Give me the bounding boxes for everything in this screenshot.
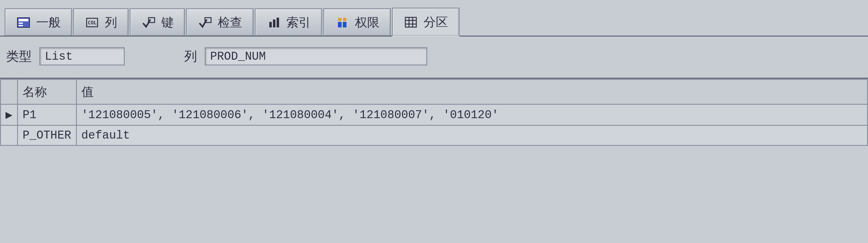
- tab-keys[interactable]: 键: [130, 8, 185, 36]
- type-label: 类型: [6, 48, 32, 65]
- tab-label-general: 一般: [36, 14, 61, 31]
- partition-form: 类型 List 列 PROD_NUM: [0, 37, 868, 76]
- cell-name[interactable]: P1: [18, 104, 76, 126]
- svg-rect-14: [343, 22, 346, 27]
- tab-label-privileges: 权限: [355, 14, 379, 31]
- check-key-icon: [141, 15, 156, 30]
- header-name[interactable]: 名称: [18, 79, 76, 104]
- check-icon: [198, 15, 212, 30]
- svg-rect-2: [19, 23, 23, 24]
- form-icon: [16, 15, 31, 30]
- privileges-icon: [335, 15, 349, 30]
- tab-label-partitions: 分区: [424, 14, 448, 30]
- cell-name[interactable]: P_OTHER: [18, 126, 76, 145]
- tab-partitions[interactable]: 分区: [392, 8, 460, 37]
- svg-rect-12: [338, 22, 342, 27]
- svg-rect-8: [269, 22, 272, 27]
- svg-text:COL: COL: [88, 20, 97, 26]
- partition-grid-container: 名称 值 ▶ P1 '121080005', '121080006', '121…: [0, 78, 868, 146]
- svg-rect-15: [405, 18, 416, 27]
- tab-indexes[interactable]: 索引: [255, 8, 322, 36]
- svg-point-11: [338, 18, 342, 21]
- cell-value[interactable]: default: [76, 126, 867, 145]
- svg-rect-3: [19, 25, 23, 26]
- grid-header-row: 名称 值: [1, 79, 868, 104]
- svg-rect-1: [19, 19, 28, 21]
- tab-label-checks: 检查: [218, 14, 242, 31]
- type-input[interactable]: List: [39, 47, 125, 66]
- tab-checks[interactable]: 检查: [186, 8, 254, 36]
- tab-label-columns: 列: [105, 14, 117, 31]
- column-icon: COL: [85, 15, 99, 30]
- row-indicator: [1, 126, 18, 145]
- partition-grid: 名称 值 ▶ P1 '121080005', '121080006', '121…: [0, 79, 868, 146]
- table-row[interactable]: P_OTHER default: [1, 126, 868, 145]
- svg-rect-10: [277, 18, 279, 27]
- tab-general[interactable]: 一般: [5, 8, 72, 36]
- column-input[interactable]: PROD_NUM: [205, 47, 427, 66]
- header-value[interactable]: 值: [76, 79, 867, 104]
- tab-label-indexes: 索引: [286, 14, 311, 31]
- svg-rect-9: [273, 20, 275, 27]
- index-icon: [266, 15, 281, 30]
- partition-grid-icon: [403, 15, 418, 30]
- row-indicator: ▶: [1, 104, 18, 126]
- tab-label-keys: 键: [161, 14, 174, 31]
- cell-value[interactable]: '121080005', '121080006', '121080004', '…: [76, 104, 867, 126]
- tab-columns[interactable]: COL 列: [73, 8, 129, 36]
- tab-privileges[interactable]: 权限: [323, 8, 391, 36]
- tab-bar: 一般 COL 列 键 检查: [0, 0, 868, 37]
- table-row[interactable]: ▶ P1 '121080005', '121080006', '12108000…: [1, 104, 868, 126]
- svg-point-13: [343, 18, 346, 21]
- indicator-header[interactable]: [1, 79, 18, 104]
- column-label: 列: [184, 48, 197, 65]
